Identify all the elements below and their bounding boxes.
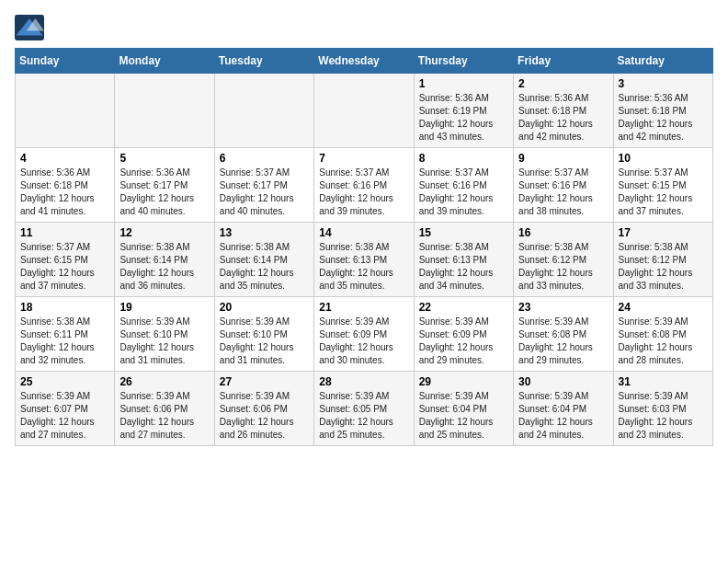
day-info: Sunrise: 5:39 AM Sunset: 6:03 PM Dayligh…	[619, 390, 708, 442]
day-number: 25	[20, 375, 109, 388]
calendar-week-row: 11Sunrise: 5:37 AM Sunset: 6:15 PM Dayli…	[16, 223, 713, 297]
day-info: Sunrise: 5:37 AM Sunset: 6:16 PM Dayligh…	[518, 167, 608, 218]
day-info: Sunrise: 5:36 AM Sunset: 6:18 PM Dayligh…	[518, 92, 608, 144]
calendar-cell: 4Sunrise: 5:36 AM Sunset: 6:18 PM Daylig…	[16, 148, 115, 223]
day-info: Sunrise: 5:39 AM Sunset: 6:04 PM Dayligh…	[518, 390, 608, 442]
day-number: 15	[419, 226, 508, 239]
day-info: Sunrise: 5:38 AM Sunset: 6:14 PM Dayligh…	[220, 241, 309, 293]
calendar-cell: 9Sunrise: 5:37 AM Sunset: 6:16 PM Daylig…	[514, 148, 613, 223]
weekday-header-friday: Friday	[514, 49, 613, 74]
day-number: 31	[619, 375, 708, 388]
calendar-cell	[115, 74, 214, 148]
day-number: 1	[419, 77, 508, 90]
day-number: 19	[119, 301, 209, 314]
page-header	[15, 15, 713, 40]
calendar-week-row: 25Sunrise: 5:39 AM Sunset: 6:07 PM Dayli…	[16, 372, 713, 446]
day-number: 14	[319, 226, 408, 239]
day-info: Sunrise: 5:39 AM Sunset: 6:07 PM Dayligh…	[20, 390, 109, 442]
day-info: Sunrise: 5:39 AM Sunset: 6:09 PM Dayligh…	[419, 316, 508, 367]
day-info: Sunrise: 5:36 AM Sunset: 6:18 PM Dayligh…	[619, 92, 708, 144]
day-info: Sunrise: 5:37 AM Sunset: 6:16 PM Dayligh…	[319, 167, 408, 218]
day-number: 4	[20, 152, 109, 165]
calendar-cell: 18Sunrise: 5:38 AM Sunset: 6:11 PM Dayli…	[16, 297, 115, 372]
day-info: Sunrise: 5:38 AM Sunset: 6:12 PM Dayligh…	[619, 241, 708, 293]
calendar-cell: 23Sunrise: 5:39 AM Sunset: 6:08 PM Dayli…	[514, 297, 613, 372]
calendar-cell	[16, 74, 115, 148]
weekday-header-thursday: Thursday	[414, 49, 513, 74]
day-number: 12	[119, 226, 209, 239]
day-number: 9	[518, 152, 608, 165]
logo-icon	[15, 15, 44, 40]
calendar-cell: 2Sunrise: 5:36 AM Sunset: 6:18 PM Daylig…	[514, 74, 613, 148]
weekday-header-wednesday: Wednesday	[314, 49, 414, 74]
day-number: 2	[518, 77, 608, 90]
day-info: Sunrise: 5:39 AM Sunset: 6:04 PM Dayligh…	[419, 390, 508, 442]
calendar-cell: 25Sunrise: 5:39 AM Sunset: 6:07 PM Dayli…	[16, 372, 115, 446]
calendar-cell: 15Sunrise: 5:38 AM Sunset: 6:13 PM Dayli…	[414, 223, 513, 297]
day-number: 20	[220, 301, 309, 314]
day-info: Sunrise: 5:37 AM Sunset: 6:15 PM Dayligh…	[20, 241, 109, 293]
day-number: 11	[20, 226, 109, 239]
day-number: 30	[518, 375, 608, 388]
calendar-cell: 29Sunrise: 5:39 AM Sunset: 6:04 PM Dayli…	[414, 372, 513, 446]
calendar-cell: 30Sunrise: 5:39 AM Sunset: 6:04 PM Dayli…	[514, 372, 613, 446]
day-info: Sunrise: 5:38 AM Sunset: 6:13 PM Dayligh…	[319, 241, 408, 293]
day-number: 26	[119, 375, 209, 388]
calendar-cell: 17Sunrise: 5:38 AM Sunset: 6:12 PM Dayli…	[613, 223, 712, 297]
header-row: SundayMondayTuesdayWednesdayThursdayFrid…	[16, 49, 713, 74]
day-info: Sunrise: 5:38 AM Sunset: 6:12 PM Dayligh…	[518, 241, 608, 293]
day-number: 28	[319, 375, 408, 388]
calendar-cell: 6Sunrise: 5:37 AM Sunset: 6:17 PM Daylig…	[214, 148, 313, 223]
day-info: Sunrise: 5:36 AM Sunset: 6:19 PM Dayligh…	[419, 92, 508, 144]
calendar-week-row: 1Sunrise: 5:36 AM Sunset: 6:19 PM Daylig…	[16, 74, 713, 148]
day-info: Sunrise: 5:37 AM Sunset: 6:15 PM Dayligh…	[619, 167, 708, 218]
day-info: Sunrise: 5:39 AM Sunset: 6:08 PM Dayligh…	[518, 316, 608, 367]
calendar-table: SundayMondayTuesdayWednesdayThursdayFrid…	[15, 48, 713, 446]
day-number: 22	[419, 301, 508, 314]
day-number: 16	[518, 226, 608, 239]
calendar-cell: 13Sunrise: 5:38 AM Sunset: 6:14 PM Dayli…	[214, 223, 313, 297]
day-number: 7	[319, 152, 408, 165]
day-number: 13	[220, 226, 309, 239]
day-info: Sunrise: 5:39 AM Sunset: 6:05 PM Dayligh…	[319, 390, 408, 442]
weekday-header-monday: Monday	[115, 49, 214, 74]
calendar-cell	[214, 74, 313, 148]
weekday-header-saturday: Saturday	[613, 49, 712, 74]
calendar-body: 1Sunrise: 5:36 AM Sunset: 6:19 PM Daylig…	[16, 74, 713, 446]
day-number: 5	[119, 152, 209, 165]
calendar-cell: 8Sunrise: 5:37 AM Sunset: 6:16 PM Daylig…	[414, 148, 513, 223]
day-number: 27	[220, 375, 309, 388]
calendar-cell: 3Sunrise: 5:36 AM Sunset: 6:18 PM Daylig…	[613, 74, 712, 148]
day-info: Sunrise: 5:38 AM Sunset: 6:13 PM Dayligh…	[419, 241, 508, 293]
calendar-week-row: 18Sunrise: 5:38 AM Sunset: 6:11 PM Dayli…	[16, 297, 713, 372]
day-info: Sunrise: 5:39 AM Sunset: 6:10 PM Dayligh…	[220, 316, 309, 367]
calendar-cell: 22Sunrise: 5:39 AM Sunset: 6:09 PM Dayli…	[414, 297, 513, 372]
day-number: 6	[220, 152, 309, 165]
day-info: Sunrise: 5:39 AM Sunset: 6:09 PM Dayligh…	[319, 316, 408, 367]
calendar-cell: 7Sunrise: 5:37 AM Sunset: 6:16 PM Daylig…	[314, 148, 414, 223]
day-number: 3	[619, 77, 708, 90]
day-number: 21	[319, 301, 408, 314]
calendar-cell: 24Sunrise: 5:39 AM Sunset: 6:08 PM Dayli…	[613, 297, 712, 372]
day-number: 23	[518, 301, 608, 314]
calendar-cell: 5Sunrise: 5:36 AM Sunset: 6:17 PM Daylig…	[115, 148, 214, 223]
calendar-cell: 12Sunrise: 5:38 AM Sunset: 6:14 PM Dayli…	[115, 223, 214, 297]
calendar-cell: 11Sunrise: 5:37 AM Sunset: 6:15 PM Dayli…	[16, 223, 115, 297]
calendar-cell: 14Sunrise: 5:38 AM Sunset: 6:13 PM Dayli…	[314, 223, 414, 297]
day-info: Sunrise: 5:39 AM Sunset: 6:06 PM Dayligh…	[119, 390, 209, 442]
calendar-cell: 28Sunrise: 5:39 AM Sunset: 6:05 PM Dayli…	[314, 372, 414, 446]
day-number: 8	[419, 152, 508, 165]
calendar-cell: 19Sunrise: 5:39 AM Sunset: 6:10 PM Dayli…	[115, 297, 214, 372]
logo	[15, 15, 48, 40]
day-info: Sunrise: 5:38 AM Sunset: 6:14 PM Dayligh…	[119, 241, 209, 293]
calendar-cell: 1Sunrise: 5:36 AM Sunset: 6:19 PM Daylig…	[414, 74, 513, 148]
day-info: Sunrise: 5:37 AM Sunset: 6:16 PM Dayligh…	[419, 167, 508, 218]
day-number: 24	[619, 301, 708, 314]
calendar-header: SundayMondayTuesdayWednesdayThursdayFrid…	[16, 49, 713, 74]
weekday-header-tuesday: Tuesday	[214, 49, 313, 74]
calendar-cell: 20Sunrise: 5:39 AM Sunset: 6:10 PM Dayli…	[214, 297, 313, 372]
calendar-cell: 27Sunrise: 5:39 AM Sunset: 6:06 PM Dayli…	[214, 372, 313, 446]
day-info: Sunrise: 5:38 AM Sunset: 6:11 PM Dayligh…	[20, 316, 109, 367]
calendar-cell: 16Sunrise: 5:38 AM Sunset: 6:12 PM Dayli…	[514, 223, 613, 297]
day-info: Sunrise: 5:39 AM Sunset: 6:08 PM Dayligh…	[619, 316, 708, 367]
